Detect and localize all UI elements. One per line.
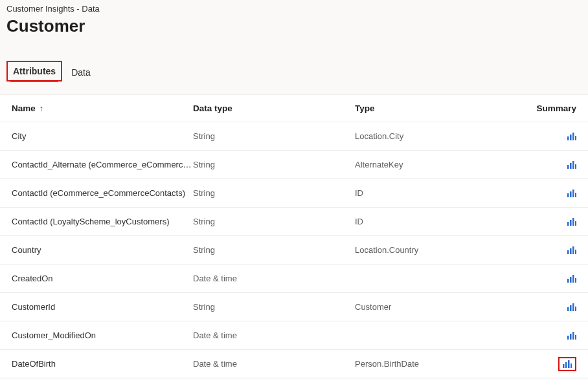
svg-rect-9 <box>570 191 572 197</box>
cell-name: CreatedOn <box>12 274 193 283</box>
svg-rect-1 <box>570 135 572 140</box>
sort-ascending-icon: ↑ <box>40 104 43 113</box>
svg-rect-29 <box>570 334 572 340</box>
bar-chart-icon[interactable] <box>567 246 576 254</box>
tab-data[interactable]: Data <box>66 63 96 81</box>
cell-name: CustomerId <box>12 302 193 312</box>
bar-chart-icon[interactable] <box>567 218 576 226</box>
attributes-table: Name ↑ Data type Type Summary CityString… <box>0 94 588 378</box>
cell-datatype: Date & time <box>193 274 355 283</box>
cell-summary <box>523 246 576 254</box>
cell-datatype: String <box>193 302 355 312</box>
cell-type: ID <box>355 188 523 198</box>
svg-rect-7 <box>575 164 576 169</box>
cell-name: Country <box>12 245 193 255</box>
cell-summary <box>523 133 576 140</box>
table-row: CreatedOnDate & time <box>0 265 588 293</box>
cell-datatype: String <box>193 131 355 141</box>
column-header-type[interactable]: Type <box>355 103 523 113</box>
cell-type: AlternateKey <box>355 160 523 169</box>
cell-type: ID <box>355 217 523 226</box>
svg-rect-28 <box>567 336 569 340</box>
svg-rect-15 <box>575 221 576 226</box>
table-row: Customer_ModifiedOnDate & time <box>0 321 588 350</box>
cell-datatype: String <box>193 217 355 226</box>
column-header-datatype[interactable]: Data type <box>193 103 355 113</box>
cell-datatype: Date & time <box>193 359 355 369</box>
cell-summary <box>523 190 576 197</box>
svg-rect-35 <box>571 363 572 368</box>
svg-rect-3 <box>575 136 576 140</box>
svg-rect-21 <box>570 277 572 283</box>
svg-rect-19 <box>575 250 576 254</box>
svg-rect-33 <box>565 362 567 368</box>
svg-rect-24 <box>567 307 569 311</box>
svg-rect-27 <box>575 307 576 311</box>
bar-chart-icon[interactable] <box>567 161 576 169</box>
cell-summary <box>523 357 576 371</box>
breadcrumb: Customer Insights - Data <box>6 4 582 14</box>
table-row: CountryStringLocation.Country <box>0 236 588 265</box>
cell-summary <box>523 218 576 226</box>
table-row: CityStringLocation.City <box>0 122 588 151</box>
bar-chart-icon[interactable] <box>567 190 576 197</box>
cell-name: ContactId_Alternate (eCommerce_eCommerce… <box>12 160 193 169</box>
svg-rect-22 <box>572 275 574 283</box>
cell-summary <box>523 275 576 283</box>
svg-rect-20 <box>567 279 569 283</box>
svg-rect-2 <box>572 133 574 140</box>
cell-summary <box>523 332 576 340</box>
svg-rect-16 <box>567 250 569 254</box>
column-header-name-label: Name <box>12 103 36 113</box>
svg-rect-26 <box>572 303 574 311</box>
cell-name: ContactId (eCommerce_eCommerceContacts) <box>12 188 193 198</box>
column-header-summary-label: Summary <box>536 103 576 113</box>
table-row: ContactId (eCommerce_eCommerceContacts)S… <box>0 179 588 208</box>
bar-chart-icon[interactable] <box>563 360 572 368</box>
bar-chart-icon[interactable] <box>567 332 576 340</box>
svg-rect-12 <box>567 222 569 226</box>
cell-datatype: String <box>193 245 355 255</box>
table-header-row: Name ↑ Data type Type Summary <box>0 95 588 122</box>
cell-name: DateOfBirth <box>12 359 193 369</box>
bar-chart-icon[interactable] <box>567 275 576 283</box>
cell-name: ContactId (LoyaltyScheme_loyCustomers) <box>12 217 193 226</box>
svg-rect-31 <box>575 335 576 340</box>
cell-name: City <box>12 131 193 141</box>
cell-datatype: String <box>193 160 355 169</box>
cell-type: Location.Country <box>355 245 523 255</box>
tab-attributes[interactable]: Attributes <box>8 62 61 80</box>
cell-name: Customer_ModifiedOn <box>12 330 193 340</box>
svg-rect-10 <box>572 190 574 197</box>
cell-type: Location.City <box>355 131 523 141</box>
table-row: ContactId (LoyaltyScheme_loyCustomers)St… <box>0 208 588 236</box>
svg-rect-32 <box>563 364 565 368</box>
svg-rect-4 <box>567 165 569 169</box>
bar-chart-icon[interactable] <box>567 133 576 140</box>
page-title: Customer <box>6 16 582 36</box>
table-row: DateOfBirthDate & timePerson.BirthDate <box>0 350 588 378</box>
svg-rect-23 <box>575 278 576 283</box>
cell-summary <box>523 303 576 311</box>
svg-rect-11 <box>575 193 576 197</box>
table-row: CustomerIdStringCustomer <box>0 293 588 321</box>
svg-rect-14 <box>572 218 574 226</box>
svg-rect-13 <box>570 220 572 226</box>
table-row: ContactId_Alternate (eCommerce_eCommerce… <box>0 151 588 179</box>
svg-rect-25 <box>570 305 572 311</box>
cell-datatype: String <box>193 188 355 198</box>
tabs: AttributesData <box>6 61 588 81</box>
svg-rect-8 <box>567 193 569 197</box>
svg-rect-0 <box>567 136 569 140</box>
column-header-summary[interactable]: Summary <box>523 103 576 113</box>
cell-datatype: Date & time <box>193 330 355 340</box>
column-header-name[interactable]: Name ↑ <box>12 103 193 113</box>
svg-rect-30 <box>572 332 574 340</box>
cell-summary <box>523 161 576 169</box>
svg-rect-18 <box>572 246 574 254</box>
svg-rect-5 <box>570 163 572 169</box>
bar-chart-icon[interactable] <box>567 303 576 311</box>
svg-rect-17 <box>570 248 572 254</box>
cell-type: Customer <box>355 302 523 312</box>
svg-rect-34 <box>568 360 570 368</box>
